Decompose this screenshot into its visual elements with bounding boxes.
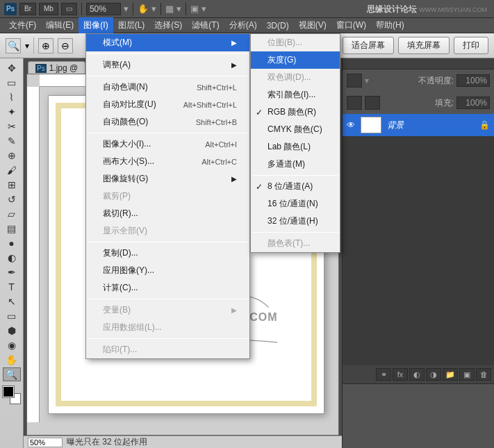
opacity-field[interactable]: 100% xyxy=(456,74,490,87)
menu-edit[interactable]: 编辑(E) xyxy=(41,17,79,33)
chevron-down-icon[interactable]: ▾ xyxy=(151,3,156,14)
zoom-tool-icon[interactable]: 🔍 xyxy=(6,38,21,53)
blend-mode-select[interactable] xyxy=(347,74,362,88)
menu-auto-tone[interactable]: 自动色调(N)Shift+Ctrl+L xyxy=(86,78,249,96)
dodge-tool[interactable]: ◐ xyxy=(3,251,21,265)
blur-tool[interactable]: ● xyxy=(3,236,21,250)
chevron-down-icon[interactable]: ▾ xyxy=(176,3,181,14)
menu-analysis[interactable]: 分析(A) xyxy=(224,17,262,33)
doc-arrange-icon[interactable]: ▦ xyxy=(165,3,174,14)
zoom-field[interactable] xyxy=(28,438,63,447)
folder-icon[interactable]: 📁 xyxy=(443,368,458,381)
lock-buttons[interactable] xyxy=(347,96,362,110)
menu-canvas-size[interactable]: 画布大小(S)...Alt+Ctrl+C xyxy=(86,153,249,170)
3d-tool[interactable]: ⬢ xyxy=(3,324,21,338)
fill-screen-button[interactable]: 填充屏幕 xyxy=(398,37,450,54)
menu-layer[interactable]: 图层(L) xyxy=(113,17,150,33)
menu-image-size[interactable]: 图像大小(I)...Alt+Ctrl+I xyxy=(86,135,249,153)
hand-tool[interactable]: ✋ xyxy=(3,353,21,367)
new-layer-icon[interactable]: ▣ xyxy=(459,368,475,381)
chevron-down-icon[interactable]: ▾ xyxy=(25,41,29,51)
menu-adjust[interactable]: 调整(A)▶ xyxy=(86,56,249,74)
brush-tool[interactable]: 🖌 xyxy=(3,163,21,177)
menu-apply-image[interactable]: 应用图像(Y)... xyxy=(86,262,249,279)
ruler-vertical xyxy=(27,87,40,422)
menu-mode[interactable]: 模式(M)▶ xyxy=(86,34,249,51)
link-layers-icon[interactable]: ⚭ xyxy=(376,368,391,381)
eyedropper-tool[interactable]: ✎ xyxy=(3,134,21,148)
mode-grayscale[interactable]: 灰度(G) xyxy=(251,51,340,69)
move-tool[interactable]: ✥ xyxy=(3,61,21,75)
menu-apply-data-set: 应用数据组(L)... xyxy=(86,319,249,336)
menu-select[interactable]: 选择(S) xyxy=(149,17,187,33)
menu-image[interactable]: 图像(I) xyxy=(79,17,113,33)
chevron-down-icon[interactable]: ▾ xyxy=(365,76,369,85)
menu-calculations[interactable]: 计算(C)... xyxy=(86,279,249,297)
print-size-button[interactable]: 打印 xyxy=(454,37,488,54)
layer-name[interactable]: 背景 xyxy=(387,119,404,131)
trash-icon[interactable]: 🗑 xyxy=(476,368,491,381)
toolbox: ✥ ▭ ⌇ ✦ ✂ ✎ ⊕ 🖌 ⊞ ↺ ▱ ▤ ● ◐ ✒ T ↖ ▭ ⬢ ◉ … xyxy=(0,58,24,448)
layout-button[interactable]: ▭ xyxy=(61,3,77,15)
mode-indexed[interactable]: 索引颜色(I)... xyxy=(251,86,340,103)
adjustment-icon[interactable]: ◑ xyxy=(426,368,441,381)
eye-icon[interactable]: 👁 xyxy=(347,120,355,130)
mode-lab[interactable]: Lab 颜色(L) xyxy=(251,138,340,156)
marquee-tool[interactable]: ▭ xyxy=(3,76,21,90)
mask-icon[interactable]: ◐ xyxy=(409,368,425,381)
menu-window[interactable]: 窗口(W) xyxy=(331,17,371,33)
menu-view[interactable]: 视图(V) xyxy=(294,17,331,33)
zoom-tool[interactable]: 🔍 xyxy=(3,367,21,381)
menu-auto-contrast[interactable]: 自动对比度(U)Alt+Shift+Ctrl+L xyxy=(86,96,249,113)
mini-bridge-button[interactable]: Mb xyxy=(39,3,58,15)
gradient-tool[interactable]: ▤ xyxy=(3,222,21,235)
mode-submenu: 位图(B)... 灰度(G) 双色调(D)... 索引颜色(I)... RGB … xyxy=(250,33,340,253)
fill-field[interactable]: 100% xyxy=(456,97,490,109)
path-tool[interactable]: ↖ xyxy=(3,294,21,308)
menu-image-rotation[interactable]: 图像旋转(G)▶ xyxy=(86,170,249,188)
fit-screen-button[interactable]: 适合屏幕 xyxy=(343,37,394,54)
eraser-tool[interactable]: ▱ xyxy=(3,207,21,221)
lock-buttons[interactable] xyxy=(365,96,380,110)
mode-8bit[interactable]: 8 位/通道(A) xyxy=(251,178,340,195)
zoom-out-icon[interactable]: ⊖ xyxy=(58,38,73,53)
lasso-tool[interactable]: ⌇ xyxy=(3,90,21,104)
mode-16bit[interactable]: 16 位/通道(N) xyxy=(251,195,340,213)
chevron-down-icon[interactable]: ▾ xyxy=(201,3,206,14)
menu-3d[interactable]: 3D(D) xyxy=(262,19,294,33)
mode-bitmap: 位图(B)... xyxy=(251,34,340,51)
mode-multichannel[interactable]: 多通道(M) xyxy=(251,156,340,173)
zoom-in-icon[interactable]: ⊕ xyxy=(38,38,53,53)
crop-tool[interactable]: ✂ xyxy=(3,119,21,133)
screen-mode-icon[interactable]: ▣ xyxy=(190,3,199,14)
menu-auto-color[interactable]: 自动颜色(O)Shift+Ctrl+B xyxy=(86,113,249,131)
color-swatches[interactable] xyxy=(3,386,21,404)
history-brush-tool[interactable]: ↺ xyxy=(3,192,21,206)
stamp-tool[interactable]: ⊞ xyxy=(3,178,21,192)
layer-thumbnail[interactable] xyxy=(361,117,381,133)
pen-tool[interactable]: ✒ xyxy=(3,265,21,279)
opacity-label: 不透明度: xyxy=(418,75,454,87)
app-titlebar: Ps Br Mb ▭ ▾ ✋ ▾ ▦ ▾ ▣ ▾ 思缘设计论坛 WWW.MISS… xyxy=(0,0,494,18)
type-tool[interactable]: T xyxy=(3,280,21,294)
mode-32bit[interactable]: 32 位/通道(H) xyxy=(251,213,340,230)
document-tab[interactable]: Ps1.jpg @ xyxy=(28,61,85,74)
menu-filter[interactable]: 滤镜(T) xyxy=(187,17,224,33)
menu-trim[interactable]: 裁切(R)... xyxy=(86,205,249,222)
menu-file[interactable]: 文件(F) xyxy=(4,17,41,33)
layer-row[interactable]: 👁 背景 🔒 xyxy=(343,114,494,136)
heal-tool[interactable]: ⊕ xyxy=(3,149,21,163)
fx-icon[interactable]: fx xyxy=(393,368,408,381)
hand-icon[interactable]: ✋ xyxy=(138,3,149,14)
3d-camera-tool[interactable]: ◉ xyxy=(3,338,21,352)
zoom-select[interactable] xyxy=(86,3,121,15)
bridge-button[interactable]: Br xyxy=(19,3,36,15)
menu-help[interactable]: 帮助(H) xyxy=(371,17,409,33)
mode-cmyk[interactable]: CMYK 颜色(C) xyxy=(251,121,340,138)
foreground-color[interactable] xyxy=(3,386,14,397)
shape-tool[interactable]: ▭ xyxy=(3,309,21,323)
wand-tool[interactable]: ✦ xyxy=(3,105,21,119)
mode-rgb[interactable]: RGB 颜色(R) xyxy=(251,103,340,121)
menu-duplicate[interactable]: 复制(D)... xyxy=(86,244,249,262)
chevron-down-icon[interactable]: ▾ xyxy=(124,3,129,14)
